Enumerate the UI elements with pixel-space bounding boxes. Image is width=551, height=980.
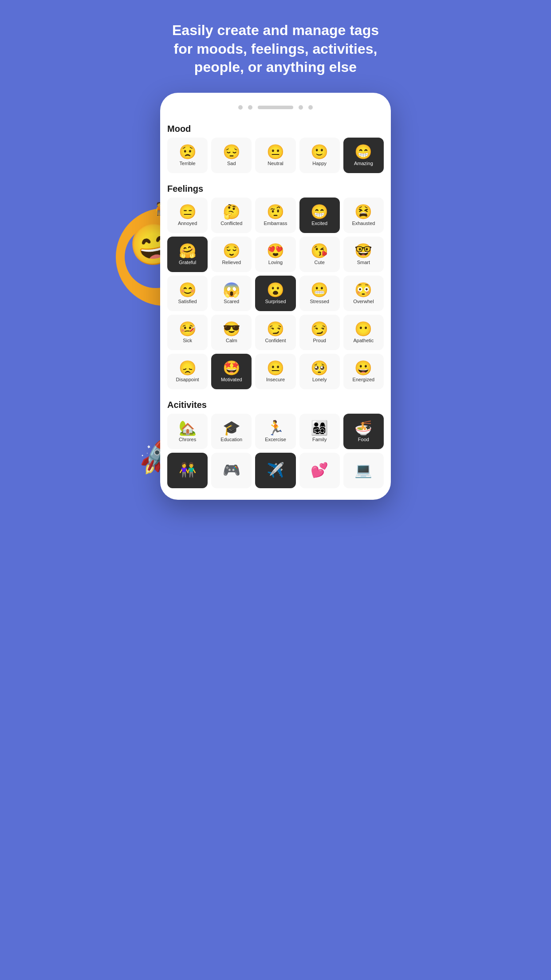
tag-item-energized[interactable]: 😀Energized [343,354,384,389]
tag-item-amazing[interactable]: 😁Amazing [343,138,384,173]
tag-item-lonely[interactable]: 🥺Lonely [299,354,340,389]
phone-wrapper: 😄 🧍 🚀 Mood😟Terrible😔Sad😐Neutral🙂Happy😁Am… [151,93,400,500]
tag-label-proud: Proud [313,338,326,344]
tag-emoji-cute: 😘 [311,244,328,258]
tag-label-surprised: Surprised [265,299,286,304]
sections-container: Mood😟Terrible😔Sad😐Neutral🙂Happy😁AmazingF… [167,117,384,449]
tag-item-education[interactable]: 🎓Education [211,414,252,449]
tag-item-smart[interactable]: 🤓Smart [343,237,384,272]
tag-emoji-overwhel: 😳 [354,283,372,297]
tag-item-happy[interactable]: 🙂Happy [299,138,340,173]
tag-label-annoyed: Annoyed [178,221,197,226]
tag-item-embarrass[interactable]: 🤨Embarrass [255,198,295,233]
bottom-item-2[interactable]: ✈️ [255,453,295,488]
phone-notch [258,106,293,109]
section-title-activities: Acitivites [167,393,384,414]
tag-emoji-energized: 😀 [354,361,372,375]
tag-item-disappoint[interactable]: 😞Disappoint [167,354,208,389]
tag-emoji-excercise: 🏃 [267,421,284,435]
tag-emoji-terrible: 😟 [179,145,197,159]
tag-emoji-disappoint: 😞 [179,361,197,375]
tag-label-scared: Scared [224,299,239,304]
tag-item-motivated[interactable]: 🤩Motivated [211,354,252,389]
tag-emoji-surprised: 😮 [267,283,284,297]
tag-emoji-loving: 😍 [267,244,284,258]
tag-label-neutral: Neutral [268,161,283,166]
tag-label-family: Family [312,437,327,443]
tag-emoji-amazing: 😁 [354,145,372,159]
tag-item-sad[interactable]: 😔Sad [211,138,252,173]
tag-emoji-happy: 🙂 [311,145,328,159]
tag-item-loving[interactable]: 😍Loving [255,237,295,272]
bottom-emoji-4: 💻 [354,463,372,477]
tag-label-disappoint: Disappoint [176,377,199,383]
tag-item-sick[interactable]: 🤒Sick [167,315,208,350]
bottom-item-3[interactable]: 💕 [299,453,340,488]
tag-label-cute: Cute [315,260,325,265]
tag-label-exhausted: Exhausted [352,221,375,226]
tag-label-smart: Smart [357,260,370,265]
tag-emoji-insecure: 😐 [267,361,284,375]
tag-item-insecure[interactable]: 😐Insecure [255,354,295,389]
tag-item-surprised[interactable]: 😮Surprised [255,276,295,311]
tag-label-chrores: Chrores [179,437,196,443]
tag-item-chrores[interactable]: 🏡Chrores [167,414,208,449]
tag-grid-feelings: 😑Annoyed🤔Conflicted🤨Embarrass😁Excited😫Ex… [167,198,384,389]
phone-dot-2 [248,105,252,110]
tag-item-terrible[interactable]: 😟Terrible [167,138,208,173]
tag-label-amazing: Amazing [354,161,373,166]
tag-emoji-neutral: 😐 [267,145,284,159]
tag-label-excited: Excited [311,221,327,226]
tag-label-grateful: Grateful [179,260,196,265]
tag-item-stressed[interactable]: 😬Stressed [299,276,340,311]
tag-item-calm[interactable]: 😎Calm [211,315,252,350]
bottom-item-0[interactable]: 👫 [167,453,208,488]
tag-label-satisfied: Satisfied [178,299,197,304]
tag-item-conflicted[interactable]: 🤔Conflicted [211,198,252,233]
tag-emoji-food: 🍜 [354,421,372,435]
phone-dot-3 [299,105,303,110]
tag-item-proud[interactable]: 😏Proud [299,315,340,350]
tag-emoji-motivated: 🤩 [223,361,240,375]
tag-emoji-family: 👨‍👩‍👧‍👦 [311,421,328,435]
tag-item-apathetic[interactable]: 😶Apathetic [343,315,384,350]
tag-item-scared[interactable]: 😱Scared [211,276,252,311]
phone-frame: Mood😟Terrible😔Sad😐Neutral🙂Happy😁AmazingF… [160,93,391,500]
tag-item-overwhel[interactable]: 😳Overwhel [343,276,384,311]
bottom-item-4[interactable]: 💻 [343,453,384,488]
tag-item-satisfied[interactable]: 😊Satisfied [167,276,208,311]
tag-item-excercise[interactable]: 🏃Excercise [255,414,295,449]
tag-label-terrible: Terrible [180,161,196,166]
tag-label-confident: Confident [265,338,286,344]
tag-item-food[interactable]: 🍜Food [343,414,384,449]
tag-item-exhausted[interactable]: 😫Exhausted [343,198,384,233]
tag-item-confident[interactable]: 😏Confident [255,315,295,350]
tag-item-grateful[interactable]: 🤗Grateful [167,237,208,272]
bottom-emoji-3: 💕 [311,463,328,477]
tag-item-cute[interactable]: 😘Cute [299,237,340,272]
tag-emoji-stressed: 😬 [311,283,328,297]
tag-item-excited[interactable]: 😁Excited [299,198,340,233]
tag-emoji-scared: 😱 [223,283,240,297]
tag-label-education: Education [220,437,242,443]
bottom-emoji-1: 🎮 [223,463,240,477]
section-title-mood: Mood [167,117,384,138]
tag-item-relieved[interactable]: 😌Relieved [211,237,252,272]
tag-item-annoyed[interactable]: 😑Annoyed [167,198,208,233]
tag-label-embarrass: Embarrass [264,221,287,226]
tag-emoji-conflicted: 🤔 [223,205,240,219]
tag-emoji-education: 🎓 [223,421,240,435]
tag-label-motivated: Motivated [221,377,242,383]
tag-item-neutral[interactable]: 😐Neutral [255,138,295,173]
bottom-item-1[interactable]: 🎮 [211,453,252,488]
bottom-emoji-2: ✈️ [267,463,284,477]
tag-label-loving: Loving [268,260,283,265]
tag-emoji-grateful: 🤗 [179,244,197,258]
tag-item-family[interactable]: 👨‍👩‍👧‍👦Family [299,414,340,449]
phone-top-bar [160,102,391,117]
tag-emoji-chrores: 🏡 [179,421,197,435]
tag-emoji-apathetic: 😶 [354,322,372,336]
tag-label-food: Food [358,437,369,443]
tag-label-relieved: Relieved [222,260,241,265]
tag-label-overwhel: Overwhel [353,299,374,304]
